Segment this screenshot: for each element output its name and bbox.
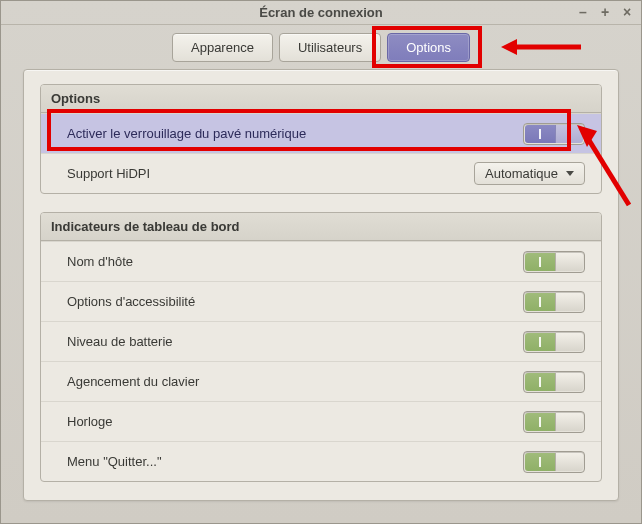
indicators-panel-title: Indicateurs de tableau de bord bbox=[41, 213, 601, 241]
minimize-button[interactable]: – bbox=[575, 4, 591, 20]
hidpi-label: Support HiDPI bbox=[67, 166, 150, 181]
layout-toggle[interactable] bbox=[523, 371, 585, 393]
hidpi-value: Automatique bbox=[485, 166, 558, 181]
row-quit: Menu "Quitter..." bbox=[41, 441, 601, 481]
row-hostname: Nom d'hôte bbox=[41, 241, 601, 281]
layout-label: Agencement du clavier bbox=[67, 374, 199, 389]
titlebar: Écran de connexion – + × bbox=[1, 1, 641, 25]
row-battery: Niveau de batterie bbox=[41, 321, 601, 361]
a11y-toggle[interactable] bbox=[523, 291, 585, 313]
battery-toggle[interactable] bbox=[523, 331, 585, 353]
row-hidpi: Support HiDPI Automatique bbox=[41, 153, 601, 193]
a11y-label: Options d'accessibilité bbox=[67, 294, 195, 309]
tab-appearance[interactable]: Apparence bbox=[172, 33, 273, 62]
row-layout: Agencement du clavier bbox=[41, 361, 601, 401]
hostname-label: Nom d'hôte bbox=[67, 254, 133, 269]
hidpi-dropdown[interactable]: Automatique bbox=[474, 162, 585, 185]
tab-users[interactable]: Utilisateurs bbox=[279, 33, 381, 62]
chevron-down-icon bbox=[566, 171, 574, 176]
tabs: Apparence Utilisateurs Options bbox=[1, 25, 641, 74]
login-screen-settings-window: Écran de connexion – + × Apparence Utili… bbox=[0, 0, 642, 524]
hostname-toggle[interactable] bbox=[523, 251, 585, 273]
clock-toggle[interactable] bbox=[523, 411, 585, 433]
clock-label: Horloge bbox=[67, 414, 113, 429]
quit-label: Menu "Quitter..." bbox=[67, 454, 162, 469]
indicators-panel: Indicateurs de tableau de bord Nom d'hôt… bbox=[40, 212, 602, 482]
tab-options[interactable]: Options bbox=[387, 33, 470, 62]
quit-toggle[interactable] bbox=[523, 451, 585, 473]
numlock-toggle[interactable] bbox=[523, 123, 585, 145]
numlock-label: Activer le verrouillage du pavé numériqu… bbox=[67, 126, 306, 141]
window-title: Écran de connexion bbox=[259, 5, 383, 20]
options-panel-title: Options bbox=[41, 85, 601, 113]
battery-label: Niveau de batterie bbox=[67, 334, 173, 349]
row-numlock: Activer le verrouillage du pavé numériqu… bbox=[41, 113, 601, 153]
content-area: Options Activer le verrouillage du pavé … bbox=[23, 69, 619, 501]
options-panel: Options Activer le verrouillage du pavé … bbox=[40, 84, 602, 194]
maximize-button[interactable]: + bbox=[597, 4, 613, 20]
close-button[interactable]: × bbox=[619, 4, 635, 20]
row-clock: Horloge bbox=[41, 401, 601, 441]
row-a11y: Options d'accessibilité bbox=[41, 281, 601, 321]
window-controls: – + × bbox=[575, 4, 635, 20]
